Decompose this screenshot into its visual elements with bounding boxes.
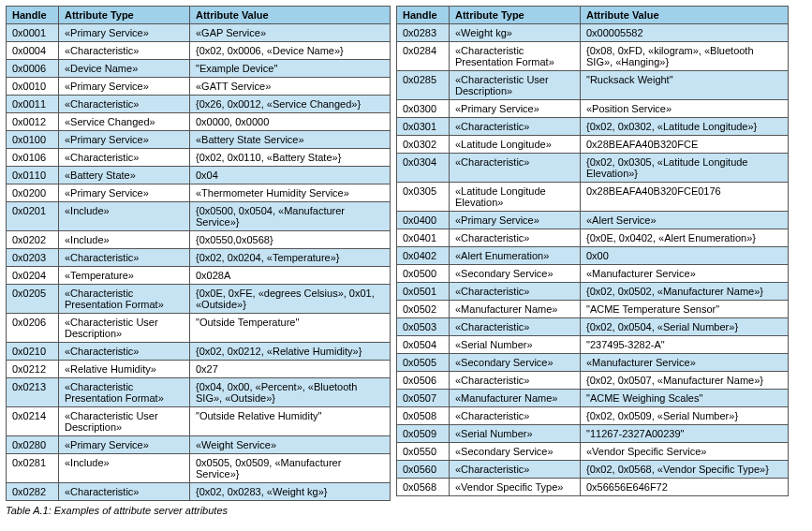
table-row: 0x0500«Secondary Service»«Manufacturer S… <box>397 265 789 283</box>
cell-type: «Characteristic Presentation Format» <box>450 42 581 71</box>
table-row: 0x0205«Characteristic Presentation Forma… <box>7 285 391 314</box>
table-row: 0x0011«Characteristic»{0x26, 0x0012, «Se… <box>7 96 391 113</box>
cell-handle: 0x0550 <box>397 443 450 461</box>
col-handle-header: Handle <box>7 7 59 24</box>
cell-value: "Outside Temperature" <box>190 314 391 343</box>
cell-type: «Manufacturer Name» <box>450 301 581 318</box>
table-row: 0x0568«Vendor Specific Type»0x56656E646F… <box>397 479 789 496</box>
table-row: 0x0001«Primary Service»«GAP Service» <box>7 24 391 42</box>
cell-value: «GATT Service» <box>190 78 391 96</box>
cell-type: «Characteristic» <box>59 42 190 60</box>
cell-value: "Example Device" <box>190 60 391 78</box>
cell-type: «Secondary Service» <box>450 354 581 372</box>
cell-value: «Weight Service» <box>190 436 391 454</box>
cell-type: «Primary Service» <box>59 184 190 202</box>
attributes-table-left: Handle Attribute Type Attribute Value 0x… <box>6 6 391 501</box>
cell-value: {0x02, 0x0006, «Device Name»} <box>190 42 391 60</box>
cell-type: «Characteristic User Description» <box>450 71 581 100</box>
cell-handle: 0x0507 <box>397 390 450 407</box>
cell-value: "Outside Relative Humidity" <box>190 407 391 436</box>
col-handle-header: Handle <box>397 7 450 24</box>
table-row: 0x0401«Characteristic»{0x0E, 0x0402, «Al… <box>397 229 789 247</box>
cell-type: «Characteristic Presentation Format» <box>59 378 190 407</box>
cell-handle: 0x0568 <box>397 479 450 496</box>
cell-handle: 0x0201 <box>7 202 59 231</box>
cell-value: «GAP Service» <box>190 24 391 42</box>
table-row: 0x0508«Characteristic»{0x02, 0x0509, «Se… <box>397 407 789 425</box>
table-row: 0x0300«Primary Service»«Position Service… <box>397 100 789 118</box>
cell-handle: 0x0203 <box>7 249 59 267</box>
table-row: 0x0305«Latitude Longitude Elevation»0x28… <box>397 183 789 212</box>
cell-handle: 0x0010 <box>7 78 59 96</box>
cell-type: «Relative Humidity» <box>59 361 190 378</box>
cell-type: «Characteristic» <box>59 149 190 167</box>
cell-handle: 0x0100 <box>7 131 59 149</box>
table-row: 0x0302«Latitude Longitude»0x28BEAFA40B32… <box>397 136 789 154</box>
cell-handle: 0x0210 <box>7 343 59 361</box>
cell-handle: 0x0012 <box>7 113 59 131</box>
table-header-row: Handle Attribute Type Attribute Value <box>7 7 391 24</box>
cell-type: «Primary Service» <box>450 100 581 118</box>
cell-handle: 0x0502 <box>397 301 450 318</box>
cell-type: «Alert Enumeration» <box>450 247 581 265</box>
cell-handle: 0x0004 <box>7 42 59 60</box>
cell-value: {0x0E, 0xFE, «degrees Celsius», 0x01, «O… <box>190 285 391 314</box>
cell-handle: 0x0282 <box>7 483 59 501</box>
cell-handle: 0x0304 <box>397 154 450 183</box>
cell-type: «Characteristic» <box>450 461 581 479</box>
cell-value: "ACME Weighing Scales" <box>581 390 789 407</box>
cell-handle: 0x0508 <box>397 407 450 425</box>
cell-type: «Characteristic» <box>450 118 581 136</box>
table-row: 0x0106«Characteristic»{0x02, 0x0110, «Ba… <box>7 149 391 167</box>
cell-type: «Vendor Specific Type» <box>450 479 581 496</box>
col-type-header: Attribute Type <box>59 7 190 24</box>
table-row: 0x0004«Characteristic»{0x02, 0x0006, «De… <box>7 42 391 60</box>
cell-value: {0x0E, 0x0402, «Alert Enumeration»} <box>581 229 789 247</box>
table-row: 0x0285«Characteristic User Description»"… <box>397 71 789 100</box>
cell-type: «Include» <box>59 231 190 249</box>
cell-value: "ACME Temperature Sensor" <box>581 301 789 318</box>
cell-handle: 0x0503 <box>397 318 450 336</box>
cell-handle: 0x0213 <box>7 378 59 407</box>
cell-type: «Manufacturer Name» <box>450 390 581 407</box>
table-row: 0x0012«Service Changed»0x0000, 0x0000 <box>7 113 391 131</box>
cell-value: "Rucksack Weight" <box>581 71 789 100</box>
cell-value: 0x028A <box>190 267 391 285</box>
cell-value: {0x26, 0x0012, «Service Changed»} <box>190 96 391 113</box>
cell-type: «Characteristic» <box>59 96 190 113</box>
table-row: 0x0200«Primary Service»«Thermometer Humi… <box>7 184 391 202</box>
cell-type: «Primary Service» <box>59 78 190 96</box>
cell-type: «Characteristic User Description» <box>59 407 190 436</box>
table-row: 0x0280«Primary Service»«Weight Service» <box>7 436 391 454</box>
cell-type: «Secondary Service» <box>450 443 581 461</box>
cell-value: 0x27 <box>190 361 391 378</box>
cell-type: «Characteristic User Description» <box>59 314 190 343</box>
table-row: 0x0204«Temperature»0x028A <box>7 267 391 285</box>
cell-type: «Service Changed» <box>59 113 190 131</box>
cell-handle: 0x0281 <box>7 454 59 483</box>
page: Handle Attribute Type Attribute Value 0x… <box>0 0 812 531</box>
table-row: 0x0284«Characteristic Presentation Forma… <box>397 42 789 71</box>
cell-type: «Weight kg» <box>450 24 581 42</box>
cell-value: {0x02, 0x0283, «Weight kg»} <box>190 483 391 501</box>
table-row: 0x0282«Characteristic»{0x02, 0x0283, «We… <box>7 483 391 501</box>
cell-value: {0x0550,0x0568} <box>190 231 391 249</box>
cell-handle: 0x0300 <box>397 100 450 118</box>
table-row: 0x0506«Characteristic»{0x02, 0x0507, «Ma… <box>397 372 789 390</box>
col-value-header: Attribute Value <box>581 7 789 24</box>
cell-handle: 0x0305 <box>397 183 450 212</box>
table-row: 0x0550«Secondary Service»«Vendor Specifi… <box>397 443 789 461</box>
cell-value: 0x28BEAFA40B320FCE <box>581 136 789 154</box>
cell-value: {0x02, 0x0204, «Temperature»} <box>190 249 391 267</box>
cell-handle: 0x0202 <box>7 231 59 249</box>
cell-value: «Alert Service» <box>581 212 789 229</box>
table-row: 0x0560«Characteristic»{0x02, 0x0568, «Ve… <box>397 461 789 479</box>
cell-handle: 0x0214 <box>7 407 59 436</box>
table-row: 0x0283«Weight kg»0x00005582 <box>397 24 789 42</box>
cell-handle: 0x0560 <box>397 461 450 479</box>
cell-handle: 0x0302 <box>397 136 450 154</box>
cell-type: «Characteristic Presentation Format» <box>59 285 190 314</box>
cell-type: «Temperature» <box>59 267 190 285</box>
cell-handle: 0x0006 <box>7 60 59 78</box>
cell-handle: 0x0283 <box>397 24 450 42</box>
